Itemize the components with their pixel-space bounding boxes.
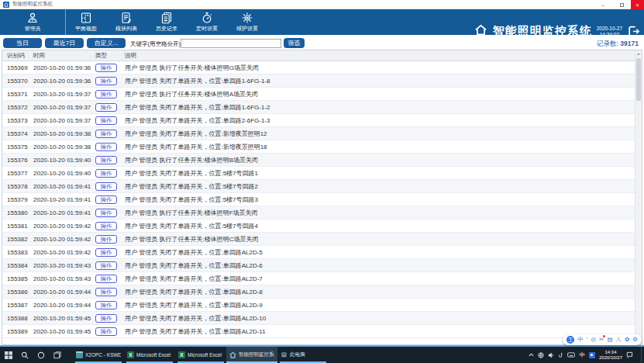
row-action-button[interactable]: 操作 [95,261,117,270]
row-time: 2020-10-20 01:59:42 [33,246,95,258]
vertical-scrollbar[interactable] [635,50,642,344]
keyword-input[interactable] [181,39,281,48]
start-button[interactable] [0,347,16,363]
row-action-button[interactable]: 操作 [95,156,117,164]
nav-item-timer-settings[interactable]: 定时设置 [187,9,227,35]
taskbar-app-this-pc[interactable]: 此电脑 [277,347,329,363]
row-action-button[interactable]: 操作 [95,209,117,217]
show-desktop-button[interactable] [641,347,644,363]
row-type: 操作 [95,167,125,179]
tray-chevron-up-icon[interactable] [529,352,534,358]
row-action-button[interactable]: 操作 [95,248,117,257]
taskbar: X2OPC - KSWD.a... X Microsoft Excel - ..… [0,347,644,363]
this-pc-icon [281,351,288,358]
ime-skin-icon[interactable]: ✿ [625,334,629,345]
row-action-button[interactable]: 操作 [95,182,117,191]
nav-item-label: 管理员 [25,25,41,33]
tray-ime-icon[interactable] [589,352,595,358]
search-icon[interactable] [16,347,33,363]
row-action-button[interactable]: 操作 [95,90,117,99]
table-row: 1553832020-10-20 01:59:42操作用户 管理员 关闭了单路开… [2,246,635,259]
row-action-button[interactable]: 操作 [95,130,117,138]
table-row: 1553792020-10-20 01:59:41操作用户 管理员 关闭了单路开… [2,193,635,206]
taskbar-app-excel-2[interactable]: X Microsoft Excel - ... [175,347,226,363]
taskbar-app-x2opc[interactable]: X2OPC - KSWD.a... [73,347,124,363]
close-button[interactable]: × [631,0,644,9]
last7days-button[interactable]: 最近7日 [45,38,84,48]
scrollbar-thumb[interactable] [636,58,641,101]
history-table: 识别码 时间 类型 说明 1553692020-10-20 01:59:36操作… [2,50,642,345]
tray-clock[interactable]: 14:342020/10/27 [599,350,622,361]
row-action-button[interactable]: 操作 [95,103,117,112]
window-title: 智能照明监控系统 [12,1,53,8]
nav-item-module-list[interactable]: 模块列表 [106,9,146,35]
row-id: 155369 [7,61,33,74]
table-row: 1553822020-10-20 01:59:42操作用户 管理员 执行了任务开… [2,233,635,246]
nav-item-label: 模块列表 [115,25,137,33]
ime-screenshot-icon[interactable]: ✂ [599,334,604,345]
screen: 智能照明监控系统 – × 管理员 平面视图 模块列表 [0,0,644,363]
row-id: 155382 [7,233,33,245]
tray-keyboard-icon[interactable] [567,352,575,358]
cortana-icon[interactable] [33,347,49,363]
action-center-icon[interactable] [626,351,633,358]
row-action-button[interactable]: 操作 [95,327,117,336]
taskbar-app-lighting-system[interactable]: 智能照明监控系统 [226,347,277,363]
table-body: 1553692020-10-20 01:59:36操作用户 管理员 执行了任务开… [2,61,635,344]
row-type: 操作 [95,74,125,87]
nav-item-floor-plan[interactable]: 平面视图 [66,9,106,35]
filter-button[interactable]: 筛选 [284,38,305,48]
row-action-button[interactable]: 操作 [95,314,117,323]
row-action-button[interactable]: 操作 [95,275,117,283]
table-row: 1553722020-10-20 01:59:37操作用户 管理员 关闭了单路开… [2,101,635,114]
today-button[interactable]: 当日 [3,38,42,48]
custom-range-button[interactable]: 自定义... [87,38,126,48]
ime-mode-icon[interactable]: 中 [577,334,584,345]
scroll-up-arrow[interactable] [635,50,642,57]
column-header-time: 时间 [33,50,95,61]
ime-settings-icon[interactable]: ⚙ [632,334,638,345]
row-action-button[interactable]: 操作 [95,64,117,72]
table-row: 1553702020-10-20 01:59:36操作用户 管理员 关闭了单路开… [2,74,635,88]
tray-volume-icon[interactable] [548,352,554,358]
taskbar-app-excel-1[interactable]: X Microsoft Excel - ... [124,347,175,363]
row-action-button[interactable]: 操作 [95,77,117,85]
row-type: 操作 [95,193,125,206]
row-time: 2020-10-20 01:59:41 [33,193,95,206]
row-action-button[interactable]: 操作 [95,288,117,296]
table-row: 1553802020-10-20 01:59:41操作用户 管理员 执行了任务开… [2,206,635,220]
column-header-desc: 说明 [125,50,642,61]
row-type: 操作 [95,312,125,324]
row-type: 操作 [95,325,125,337]
row-description: 用户 管理员 关闭了单路开关，位置:单回路AL2D-8 [125,285,635,298]
table-row: 1553782020-10-20 01:59:41操作用户 管理员 关闭了单路开… [2,180,635,193]
nav-item-label: 维护设置 [236,25,258,33]
nav-item-history[interactable]: 历史记录 [146,9,187,35]
row-action-button[interactable]: 操作 [95,169,117,178]
row-id: 155377 [7,167,33,179]
row-type: 操作 [95,206,125,219]
nav-item-label: 历史记录 [156,25,177,33]
row-time: 2020-10-20 01:59:38 [33,127,95,140]
maximize-button[interactable] [612,0,631,9]
minimize-button[interactable]: – [594,0,612,9]
ime-logo-icon[interactable]: 王 [567,336,574,344]
ime-account-icon[interactable]: 人 [615,334,622,345]
row-action-button[interactable]: 操作 [95,143,117,151]
nav-item-admin[interactable]: 管理员 [0,9,66,35]
row-action-button[interactable]: 操作 [95,235,117,244]
row-action-button[interactable]: 操作 [95,195,117,204]
tray-network-icon[interactable] [538,352,544,358]
task-view-icon[interactable] [49,347,65,363]
nav-item-maintenance-settings[interactable]: 维护设置 [227,9,267,35]
tray-pen-icon[interactable] [558,352,563,358]
row-action-button[interactable]: 操作 [95,301,117,309]
row-action-button[interactable]: 操作 [95,116,117,125]
row-id: 155379 [7,193,33,206]
ime-keyboard-icon[interactable]: ▤ [607,334,612,345]
ime-punctuation-icon[interactable]: ’ [587,334,588,345]
row-action-button[interactable]: 操作 [95,222,117,230]
tray-ime-mode[interactable]: 中 [579,351,585,359]
ime-emoji-icon[interactable]: ◎ [591,334,597,345]
excel-icon: X [178,351,185,358]
